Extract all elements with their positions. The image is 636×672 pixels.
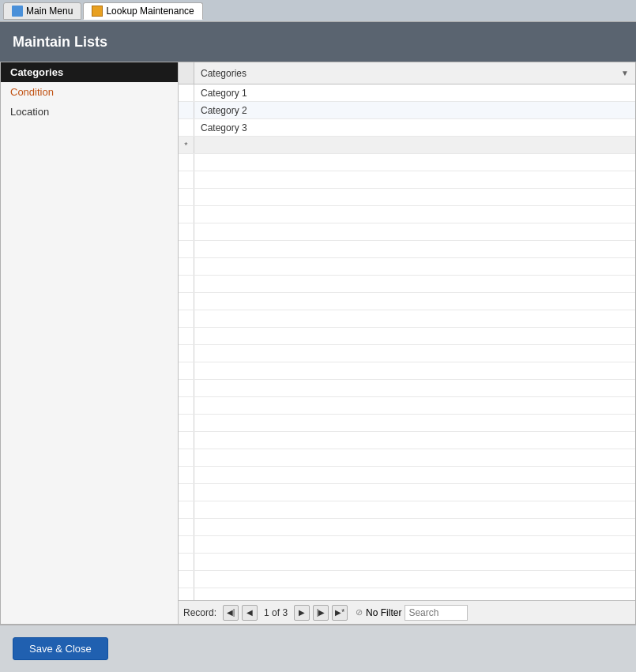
last-record-button[interactable]: |▶ [313, 605, 329, 621]
filter-label: No Filter [366, 607, 401, 618]
empty-row [179, 519, 635, 536]
column-dropdown-icon[interactable]: ▼ [621, 69, 629, 77]
bottom-bar: Save & Close [0, 625, 636, 672]
tab-main-menu[interactable]: Main Menu [3, 2, 81, 20]
search-input[interactable] [405, 605, 468, 621]
empty-row [179, 536, 635, 554]
record-label: Record: [183, 607, 216, 618]
empty-row [179, 171, 635, 189]
sidebar: Categories Condition Location [1, 62, 179, 624]
main-menu-icon [12, 6, 23, 17]
sidebar-item-condition[interactable]: Condition [1, 82, 178, 102]
lookup-icon [92, 6, 103, 17]
row-indicator-2 [179, 102, 194, 118]
empty-row [179, 432, 635, 449]
empty-row [179, 449, 635, 467]
row-cell-2[interactable]: Category 2 [194, 102, 635, 118]
nav-bar: Record: ◀| ◀ 1 of 3 ▶ |▶ ▶* ⊘ No Filter [179, 600, 635, 624]
main-content: Categories Condition Location Categories… [0, 62, 636, 625]
sidebar-item-location[interactable]: Location [1, 102, 178, 122]
empty-row [179, 241, 635, 258]
row-indicator-3 [179, 119, 194, 136]
new-record-button[interactable]: ▶* [332, 605, 348, 621]
filter-icon: ⊘ [356, 607, 363, 618]
empty-row [179, 258, 635, 276]
table-row[interactable]: Category 3 [179, 119, 635, 137]
column-header-cell[interactable]: Categories ▼ [194, 62, 635, 84]
empty-row [179, 276, 635, 293]
new-row-cell [194, 137, 635, 153]
empty-row [179, 380, 635, 397]
prev-record-button[interactable]: ◀ [242, 605, 258, 621]
tab-main-menu-label: Main Menu [26, 6, 73, 17]
empty-row [179, 554, 635, 571]
empty-row [179, 154, 635, 171]
empty-row [179, 571, 635, 588]
empty-row [179, 415, 635, 432]
sidebar-item-categories[interactable]: Categories [1, 62, 178, 82]
data-area: Category 1 Category 2 Category 3 * // Ge… [179, 84, 635, 600]
empty-row [179, 328, 635, 345]
page-title: Maintain Lists [13, 34, 107, 51]
table-row[interactable]: Category 2 [179, 102, 635, 119]
right-panel: Categories ▼ Category 1 Category 2 Categ… [179, 62, 635, 624]
empty-row [179, 484, 635, 501]
empty-row [179, 293, 635, 310]
empty-row [179, 189, 635, 206]
new-row-indicator: * [179, 137, 194, 153]
table-row[interactable]: Category 1 [179, 84, 635, 102]
empty-row [179, 223, 635, 241]
tab-bar: Main Menu Lookup Maintenance [0, 0, 636, 22]
page-header: Maintain Lists [0, 22, 636, 62]
row-cell-3[interactable]: Category 3 [194, 119, 635, 136]
record-info: 1 of 3 [264, 607, 288, 618]
column-header: Categories ▼ [179, 62, 635, 84]
row-num-header [179, 62, 194, 84]
empty-row [179, 397, 635, 415]
empty-row [179, 310, 635, 328]
tab-lookup-maintenance-label: Lookup Maintenance [106, 6, 194, 17]
tab-lookup-maintenance[interactable]: Lookup Maintenance [83, 2, 202, 20]
filter-area: ⊘ No Filter [356, 607, 401, 618]
first-record-button[interactable]: ◀| [223, 605, 239, 621]
empty-row [179, 501, 635, 519]
row-indicator-1 [179, 84, 194, 101]
empty-row [179, 206, 635, 223]
next-record-button[interactable]: ▶ [294, 605, 310, 621]
row-cell-1[interactable]: Category 1 [194, 84, 635, 101]
empty-row [179, 588, 635, 600]
empty-row [179, 345, 635, 362]
empty-row [179, 467, 635, 484]
column-header-label: Categories [201, 68, 246, 79]
save-close-button[interactable]: Save & Close [13, 637, 108, 660]
empty-row [179, 362, 635, 380]
new-row[interactable]: * [179, 137, 635, 154]
